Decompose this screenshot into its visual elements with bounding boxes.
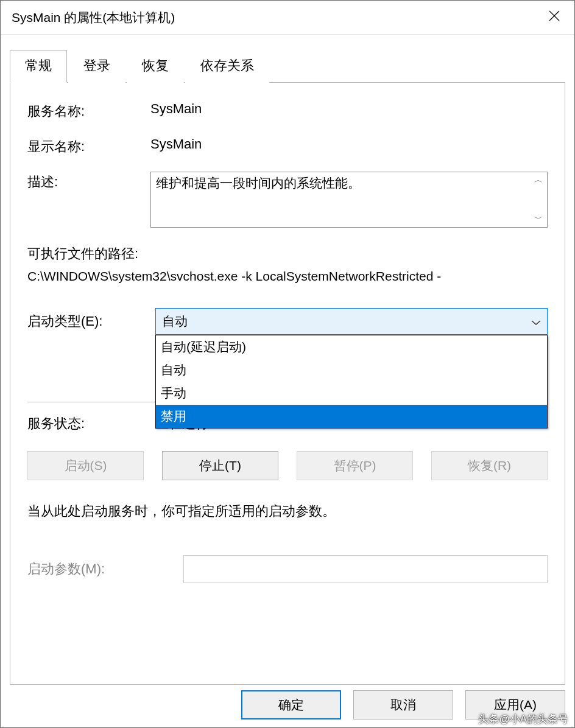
description-scrollbar[interactable]: ︿ ﹀ <box>530 172 547 227</box>
row-display-name: 显示名称: SysMain <box>27 136 548 156</box>
option-auto-delayed[interactable]: 自动(延迟启动) <box>156 335 547 359</box>
close-icon <box>548 10 560 26</box>
apply-button[interactable]: 应用(A) <box>465 690 565 719</box>
stop-button[interactable]: 停止(T) <box>162 451 278 480</box>
label-exe-path: 可执行文件的路径: <box>27 245 548 263</box>
tab-dependencies[interactable]: 依存关系 <box>185 50 269 83</box>
value-exe-path: C:\WINDOWS\system32\svchost.exe -k Local… <box>27 269 548 284</box>
tab-logon[interactable]: 登录 <box>68 50 125 83</box>
label-start-params: 启动参数(M): <box>27 560 183 578</box>
label-service-status: 服务状态: <box>27 415 155 433</box>
pause-button: 暂停(P) <box>297 451 413 480</box>
tab-recovery[interactable]: 恢复 <box>127 50 184 83</box>
tab-general[interactable]: 常规 <box>10 50 67 83</box>
label-description: 描述: <box>27 172 150 191</box>
start-button: 启动(S) <box>27 451 144 480</box>
startup-type-options: 自动(延迟启动) 自动 手动 禁用 <box>155 335 548 429</box>
ok-button[interactable]: 确定 <box>241 690 341 719</box>
value-display-name: SysMain <box>150 136 548 152</box>
description-text: 维护和提高一段时间内的系统性能。 <box>156 176 361 190</box>
row-service-name: 服务名称: SysMain <box>27 101 548 121</box>
row-startup-type: 启动类型(E): 自动 自动(延迟启动) 自动 手动 禁用 <box>27 308 548 335</box>
resume-button: 恢复(R) <box>431 451 548 480</box>
chevron-down-icon <box>531 314 541 329</box>
label-startup-type: 启动类型(E): <box>27 312 155 331</box>
tab-content-general: 服务名称: SysMain 显示名称: SysMain 描述: 维护和提高一段时… <box>10 83 565 685</box>
dialog-footer: 确定 取消 应用(A) <box>1 685 574 727</box>
titlebar: SysMain 的属性(本地计算机) <box>1 1 574 35</box>
window-title: SysMain 的属性(本地计算机) <box>12 9 534 26</box>
service-control-buttons: 启动(S) 停止(T) 暂停(P) 恢复(R) <box>27 451 548 480</box>
row-description: 描述: 维护和提高一段时间内的系统性能。 ︿ ﹀ <box>27 172 548 228</box>
label-display-name: 显示名称: <box>27 136 150 156</box>
label-service-name: 服务名称: <box>27 101 150 121</box>
properties-dialog: SysMain 的属性(本地计算机) 常规 登录 恢复 依存关系 服务名称: S… <box>0 0 575 728</box>
tab-strip: 常规 登录 恢复 依存关系 <box>10 49 565 83</box>
close-button[interactable] <box>534 1 574 35</box>
description-box: 维护和提高一段时间内的系统性能。 ︿ ﹀ <box>150 172 548 228</box>
option-disabled[interactable]: 禁用 <box>156 405 547 428</box>
scroll-down-icon: ﹀ <box>534 214 543 225</box>
start-params-note: 当从此处启动服务时，你可指定所适用的启动参数。 <box>27 502 548 521</box>
option-manual[interactable]: 手动 <box>156 382 547 405</box>
cancel-button[interactable]: 取消 <box>353 690 453 719</box>
option-auto[interactable]: 自动 <box>156 359 547 382</box>
scroll-up-icon: ︿ <box>534 175 543 186</box>
row-start-params: 启动参数(M): <box>27 555 548 583</box>
startup-type-selected: 自动 <box>162 313 188 330</box>
startup-type-dropdown[interactable]: 自动 <box>155 308 548 335</box>
value-service-name: SysMain <box>150 101 548 117</box>
start-params-input <box>183 555 548 583</box>
